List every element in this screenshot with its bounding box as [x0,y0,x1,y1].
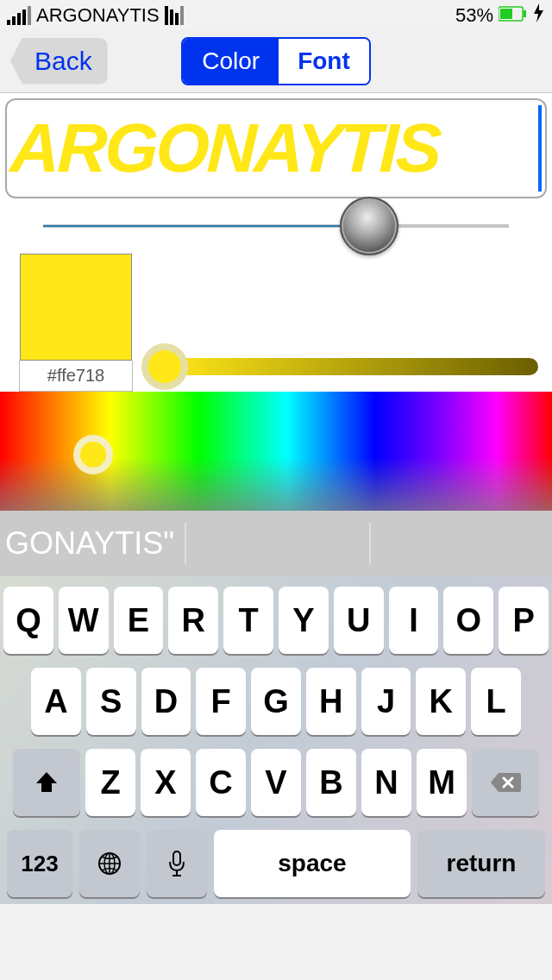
space-key[interactable]: space [214,830,411,897]
text-caret [538,105,542,192]
key-i[interactable]: I [389,587,439,654]
key-o[interactable]: O [443,587,493,654]
key-row-3: Z X C V B N M [3,749,549,816]
key-e[interactable]: E [114,587,164,654]
shade-slider-knob[interactable] [141,343,188,390]
key-w[interactable]: W [59,587,109,654]
key-z[interactable]: Z [85,749,135,816]
key-u[interactable]: U [334,587,384,654]
delete-key[interactable] [472,749,539,816]
return-key[interactable]: return [417,830,545,897]
key-q[interactable]: Q [3,587,53,654]
segment-control: Color Font [181,37,371,85]
key-n[interactable]: N [361,749,411,816]
shade-slider[interactable] [140,342,538,392]
numbers-key[interactable]: 123 [7,830,72,897]
charging-icon [533,3,545,28]
keyboard: Q W E R T Y U I O P A S D F G H J K L Z … [0,576,552,904]
key-m[interactable]: M [417,749,467,816]
color-spectrum[interactable] [0,392,552,511]
key-y[interactable]: Y [279,587,329,654]
segment-font[interactable]: Font [279,39,369,84]
key-r[interactable]: R [168,587,218,654]
signal-icon [7,6,31,25]
key-c[interactable]: C [196,749,246,816]
segment-color[interactable]: Color [183,39,279,84]
key-row-1: Q W E R T Y U I O P [3,587,549,654]
key-p[interactable]: P [499,587,549,654]
suggestion-2[interactable] [186,511,369,576]
status-bar: ARGONAYTIS 53% [0,0,552,29]
key-row-4: 123 space return [3,830,549,897]
key-g[interactable]: G [251,668,301,735]
key-a[interactable]: A [31,668,81,735]
key-j[interactable]: J [361,668,411,735]
key-x[interactable]: X [141,749,191,816]
back-button[interactable]: Back [10,38,108,85]
svg-rect-1 [500,9,512,19]
spectrum-knob[interactable] [73,435,113,474]
key-d[interactable]: D [141,668,191,735]
back-label: Back [34,47,92,76]
globe-key[interactable] [79,830,140,897]
key-s[interactable]: S [86,668,136,735]
dictation-key[interactable] [147,830,207,897]
key-h[interactable]: H [306,668,356,735]
key-row-2: A S D F G H J K L [3,668,549,735]
key-v[interactable]: V [251,749,301,816]
signal-icon-2 [165,6,184,25]
svg-rect-5 [173,851,180,865]
shift-key[interactable] [13,749,80,816]
text-input[interactable]: ARGONAYTIS [5,98,547,198]
suggestion-bar: GONAYTIS" [0,511,552,576]
size-slider-knob[interactable] [340,197,398,255]
key-k[interactable]: K [416,668,466,735]
suggestion-3[interactable] [371,511,552,576]
key-f[interactable]: F [196,668,246,735]
key-b[interactable]: B [306,749,356,816]
text-value: ARGONAYTIS [9,114,538,183]
battery-percent: 53% [455,4,493,27]
key-l[interactable]: L [471,668,521,735]
color-swatch [20,254,132,361]
carrier-label: ARGONAYTIS [36,4,160,27]
size-slider[interactable] [43,224,509,228]
svg-rect-2 [524,10,526,17]
nav-bar: Back Color Font [0,29,552,93]
key-t[interactable]: T [223,587,273,654]
suggestion-1[interactable]: GONAYTIS" [0,511,185,576]
battery-icon [499,4,528,27]
color-hex-label: #ffe718 [19,361,133,392]
